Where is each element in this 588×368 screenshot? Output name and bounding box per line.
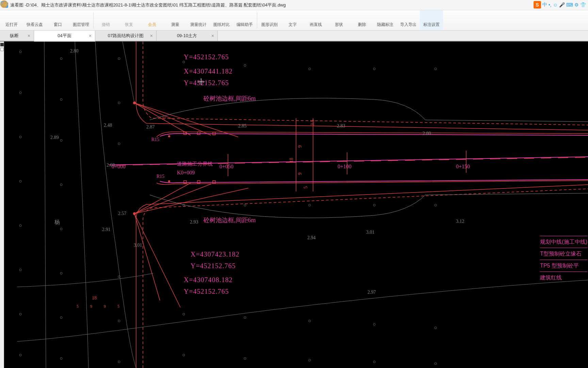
- ime-logo-icon[interactable]: S: [534, 1, 541, 9]
- import-button[interactable]: 导入导出: [397, 10, 420, 30]
- ime-dots-icon[interactable]: •,: [549, 2, 552, 7]
- annotation-tree-bot: 砼树池边框,间距6m: [203, 216, 256, 224]
- coord-label: Y=452152.765: [184, 288, 229, 295]
- line-button[interactable]: 画直线: [304, 10, 327, 30]
- ime-shirt-icon[interactable]: 👕: [580, 2, 586, 7]
- elev-label: 3.01: [134, 243, 142, 248]
- measure-stats-button[interactable]: 测量统计: [187, 10, 210, 30]
- recognize-button[interactable]: 图形识别: [258, 10, 281, 30]
- close-icon[interactable]: ×: [149, 33, 154, 39]
- svg-point-24: [60, 139, 62, 141]
- window-icon: [54, 13, 62, 21]
- ruler-icon: [171, 13, 179, 21]
- ime-mic-icon[interactable]: 🎤: [559, 2, 565, 7]
- helper-button[interactable]: CAD编辑助手: [233, 10, 256, 30]
- compare-icon: [217, 13, 226, 21]
- svg-point-19: [118, 58, 120, 60]
- elev-label: 3.01: [366, 230, 375, 235]
- svg-point-52: [373, 323, 375, 325]
- elev-label: 2.80: [423, 131, 431, 136]
- compare-button[interactable]: 图纸对比: [210, 10, 233, 30]
- svg-point-49: [183, 313, 185, 315]
- svg-point-46: [309, 204, 311, 206]
- shape-button[interactable]: 形状: [327, 10, 350, 30]
- tool-icon[interactable]: [0, 43, 4, 46]
- r15-label: R15: [157, 174, 164, 179]
- close-icon[interactable]: ×: [87, 33, 93, 39]
- svg-point-41: [309, 68, 311, 70]
- tool-icon[interactable]: [0, 48, 4, 51]
- redo-button[interactable]: 恢复: [117, 10, 141, 30]
- close-icon[interactable]: ×: [210, 33, 215, 39]
- svg-point-82: [168, 135, 170, 137]
- settings-button[interactable]: 标注设置: [420, 10, 443, 30]
- shape-icon: [335, 13, 343, 21]
- cloud-icon: [31, 13, 39, 21]
- svg-point-34: [60, 317, 62, 319]
- svg-point-21: [60, 98, 62, 101]
- svg-rect-74: [197, 132, 200, 135]
- left-toolbar[interactable]: [0, 42, 4, 368]
- svg-line-67: [134, 214, 180, 307]
- dim-label: 18: [92, 295, 97, 301]
- misc-yang: 杨: [54, 219, 60, 226]
- undo-button[interactable]: 撤销: [94, 10, 117, 30]
- svg-point-22: [118, 102, 120, 104]
- tab-09-10-earth[interactable]: 09-10土方×: [157, 31, 218, 41]
- legend-box: 规划中线(施工中线) T型预制砼立缘石 TP5 型预制砼平 建筑红线: [540, 236, 587, 283]
- close-icon[interactable]: ×: [26, 33, 32, 39]
- dim-label: 5: [117, 304, 119, 309]
- svg-point-31: [60, 272, 62, 274]
- svg-point-35: [118, 320, 120, 322]
- dim-label: 18: [289, 158, 294, 163]
- legend-item: T型预制砼立缘石: [540, 248, 587, 260]
- window-button[interactable]: 窗口: [46, 10, 69, 30]
- separator: [257, 12, 257, 28]
- svg-point-50: [244, 317, 246, 319]
- delete-button[interactable]: 删除: [350, 10, 374, 30]
- legend-item: 规划中线(施工中线): [540, 236, 587, 248]
- vip-button[interactable]: VIP会员: [141, 10, 164, 30]
- cloud-button[interactable]: 快看云盘: [23, 10, 46, 30]
- text-icon: T: [289, 13, 297, 21]
- layer-button[interactable]: 图层管理: [69, 10, 93, 30]
- coord-label: Y=452152.765: [184, 53, 229, 61]
- annotation-k0: K0+009: [177, 170, 195, 176]
- tab-04-plan[interactable]: 04平面×: [34, 31, 95, 42]
- dim-label: 5: [77, 304, 79, 309]
- dim-label: 9: [297, 145, 303, 148]
- ime-settings-icon[interactable]: ⚙: [574, 2, 579, 7]
- text-button[interactable]: T文字: [281, 10, 304, 30]
- drawing-svg: [0, 42, 588, 368]
- coord-label: X=4307423.182: [191, 250, 240, 258]
- svg-point-42: [373, 68, 375, 70]
- svg-point-16: [3, 3, 5, 5]
- tab-07-pavement[interactable]: 07路面结构设计图×: [95, 31, 157, 41]
- ime-lang[interactable]: 中: [542, 2, 547, 8]
- line-icon: [312, 13, 320, 21]
- svg-point-53: [435, 327, 437, 329]
- svg-point-81: [133, 212, 136, 215]
- svg-rect-78: [213, 181, 215, 183]
- svg-rect-77: [197, 181, 200, 183]
- ime-keyboard-icon[interactable]: ⌨: [566, 2, 573, 7]
- undo-icon: [102, 13, 110, 21]
- measure-button[interactable]: 测量: [164, 10, 187, 30]
- hide-button[interactable]: 隐藏标注: [374, 10, 397, 30]
- recent-button[interactable]: 近打开: [0, 10, 23, 30]
- cad-viewport[interactable]: Y=452152.765 X=4307441.182 Y=452152.765 …: [0, 42, 588, 368]
- ime-smile-icon[interactable]: ☺: [553, 2, 558, 7]
- svg-line-63: [134, 183, 191, 214]
- svg-point-51: [309, 320, 311, 322]
- elev-label: 2.57: [118, 211, 127, 216]
- svg-point-48: [435, 204, 437, 206]
- svg-point-18: [60, 58, 62, 60]
- svg-point-29: [60, 228, 62, 230]
- elev-label: 2.80: [70, 48, 79, 54]
- elev-label: 2.87: [146, 124, 155, 130]
- annotation-tree-top: 砼树池边框,间距6m: [203, 94, 256, 103]
- tab-zongduan[interactable]: 纵断×: [0, 31, 34, 41]
- svg-point-20: [19, 92, 21, 94]
- svg-point-17: [19, 51, 21, 53]
- elev-label: 2.48: [104, 123, 112, 128]
